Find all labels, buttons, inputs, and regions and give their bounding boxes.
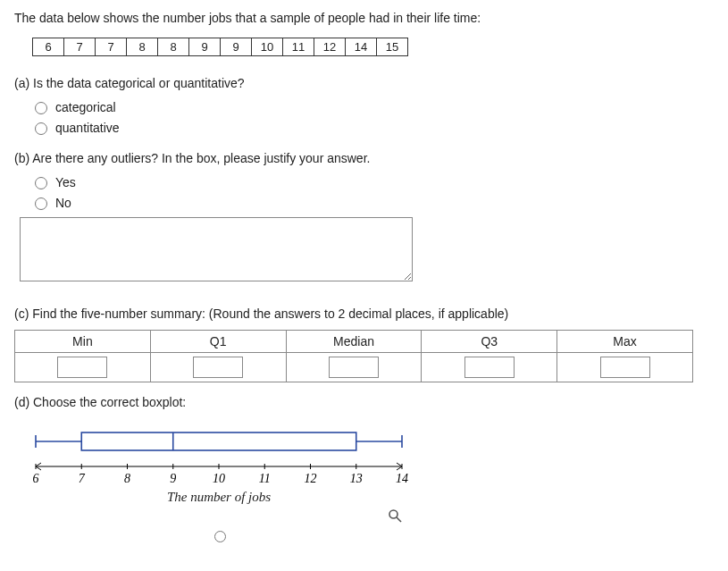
option-label: categorical [55,100,116,114]
justify-textarea[interactable] [20,217,413,281]
data-cell: 7 [63,38,96,56]
data-cell: 8 [157,38,189,56]
data-cell: 7 [95,38,127,56]
col-q3: Q3 [422,331,557,353]
svg-rect-4 [81,432,356,450]
col-median: Median [286,331,422,353]
boxplot-xlabel: The number of jobs [27,490,411,505]
part-d-prompt: (d) Choose the correct boxplot: [14,395,714,409]
svg-text:8: 8 [124,472,130,485]
svg-line-26 [397,517,401,522]
data-cell: 12 [314,38,346,56]
svg-text:14: 14 [396,472,408,485]
five-number-summary-table: Min Q1 Median Q3 Max [14,330,693,382]
svg-text:10: 10 [213,472,225,485]
part-a-options: categorical quantitative [30,99,714,135]
data-cell: 11 [282,38,314,56]
option-label: Yes [55,175,76,189]
svg-text:13: 13 [350,472,363,485]
data-cell: 6 [32,38,64,56]
data-cell: 15 [376,38,408,56]
radio-boxplot-1[interactable] [214,531,226,542]
svg-text:11: 11 [259,472,271,485]
svg-text:12: 12 [305,472,317,485]
col-max: Max [557,331,693,353]
data-values-row: 67788991011121415 [32,38,714,56]
radio-no[interactable] [35,197,47,210]
intro-text: The data below shows the number jobs tha… [14,11,714,25]
part-b-prompt: (b) Are there any outliers? In the box, … [14,151,714,165]
boxplot-svg [27,425,411,461]
boxplot-axis: 67891011121314 [27,461,411,488]
part-a-prompt: (a) Is the data categorical or quantitat… [14,76,714,90]
option-no[interactable]: No [30,195,714,210]
data-cell: 8 [126,38,158,56]
input-median[interactable] [329,357,379,378]
data-cell: 9 [220,38,252,56]
part-c-prompt: (c) Find the five-number summary: (Round… [14,306,714,321]
data-cell: 9 [188,38,221,56]
svg-text:6: 6 [33,472,39,485]
radio-yes[interactable] [35,177,47,189]
col-min: Min [15,331,151,353]
data-cell: 10 [251,38,283,56]
option-quantitative[interactable]: quantitative [30,120,714,135]
col-q1: Q1 [150,331,286,353]
svg-text:9: 9 [170,472,176,485]
boxplot-1: 67891011121314 The number of jobs [27,425,411,545]
option-yes[interactable]: Yes [30,174,714,189]
input-q1[interactable] [193,357,243,378]
data-cell: 14 [345,38,377,56]
option-label: quantitative [55,121,120,135]
svg-text:7: 7 [79,472,86,485]
part-b-options: Yes No [30,174,714,210]
input-max[interactable] [600,357,650,378]
option-categorical[interactable]: categorical [30,99,714,114]
svg-point-25 [389,510,397,518]
radio-categorical[interactable] [35,102,47,114]
radio-quantitative[interactable] [35,122,47,135]
input-q3[interactable] [464,357,515,378]
magnify-icon[interactable] [388,508,402,523]
input-min[interactable] [57,357,107,378]
option-label: No [55,196,71,210]
